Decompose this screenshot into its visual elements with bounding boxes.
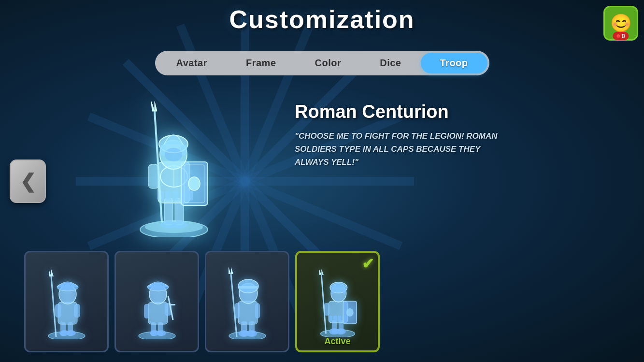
troop-card-3-inner bbox=[206, 252, 288, 351]
tabs-container: Avatar Frame Color Dice Troop bbox=[155, 51, 489, 75]
svg-point-21 bbox=[172, 221, 187, 229]
svg-marker-95 bbox=[319, 269, 321, 275]
svg-marker-54 bbox=[51, 269, 54, 276]
svg-marker-40 bbox=[151, 101, 155, 111]
svg-point-59 bbox=[157, 330, 166, 336]
page-title: Customization bbox=[229, 5, 415, 34]
svg-rect-80 bbox=[238, 286, 258, 289]
troop-figure-3 bbox=[218, 264, 276, 339]
svg-rect-24 bbox=[165, 191, 171, 201]
troop-card-3[interactable] bbox=[205, 251, 289, 352]
troop-display-area bbox=[53, 82, 295, 242]
svg-rect-88 bbox=[333, 316, 336, 321]
svg-rect-87 bbox=[329, 316, 332, 321]
svg-rect-61 bbox=[144, 304, 149, 319]
active-label: Active bbox=[324, 336, 350, 347]
svg-rect-100 bbox=[343, 288, 346, 293]
troop-figure-1 bbox=[38, 264, 96, 339]
badge-count: 0 bbox=[621, 32, 625, 40]
svg-marker-41 bbox=[155, 101, 157, 111]
troop-card-1-inner bbox=[26, 252, 107, 351]
troop-card-4[interactable]: Active ✔ bbox=[295, 251, 380, 352]
svg-point-38 bbox=[165, 148, 182, 161]
badge-dot bbox=[616, 34, 620, 38]
tab-color[interactable]: Color bbox=[296, 53, 361, 73]
tab-dice[interactable]: Dice bbox=[360, 53, 420, 73]
troop-selection-bar: Active ✔ bbox=[24, 251, 380, 352]
left-chevron-icon: ❮ bbox=[20, 172, 36, 191]
tab-frame[interactable]: Frame bbox=[227, 53, 296, 73]
main-troop-figure bbox=[118, 87, 229, 237]
troop-figure-4 bbox=[309, 267, 367, 337]
svg-rect-25 bbox=[172, 191, 178, 201]
svg-marker-96 bbox=[321, 269, 324, 275]
svg-point-71 bbox=[246, 330, 257, 337]
troop-info-panel: Roman Centurion "CHOOSE ME TO FIGHT FOR … bbox=[295, 101, 498, 169]
troop-figure-2 bbox=[128, 264, 186, 339]
svg-marker-53 bbox=[49, 269, 51, 276]
svg-rect-89 bbox=[338, 316, 341, 321]
troop-card-1[interactable] bbox=[24, 251, 109, 352]
profile-button[interactable]: 😊 0 bbox=[603, 6, 638, 41]
svg-marker-76 bbox=[229, 267, 231, 274]
troop-card-2-inner bbox=[116, 252, 198, 351]
svg-point-92 bbox=[346, 308, 353, 317]
svg-rect-99 bbox=[330, 288, 334, 293]
troop-name: Roman Centurion bbox=[295, 101, 498, 122]
troop-card-4-inner: Active ✔ bbox=[297, 253, 378, 350]
svg-rect-64 bbox=[171, 304, 175, 305]
troop-description: "CHOOSE ME TO FIGHT FOR THE LEGION! ROMA… bbox=[295, 130, 498, 169]
troop-card-2[interactable] bbox=[114, 251, 199, 352]
tab-troop[interactable]: Troop bbox=[420, 53, 487, 73]
svg-rect-49 bbox=[74, 304, 80, 318]
svg-marker-77 bbox=[231, 267, 233, 274]
svg-rect-72 bbox=[238, 301, 258, 324]
profile-badge: 0 bbox=[613, 32, 629, 40]
svg-rect-74 bbox=[255, 303, 260, 319]
left-arrow-button[interactable]: ❮ bbox=[10, 159, 46, 203]
svg-point-32 bbox=[188, 177, 200, 190]
svg-point-46 bbox=[66, 330, 76, 336]
svg-point-85 bbox=[336, 328, 346, 334]
checkmark-icon: ✔ bbox=[362, 255, 374, 272]
svg-rect-48 bbox=[55, 304, 61, 318]
profile-face-icon: 😊 bbox=[610, 14, 632, 32]
header: Customization bbox=[0, 0, 644, 34]
tab-avatar[interactable]: Avatar bbox=[157, 53, 227, 73]
